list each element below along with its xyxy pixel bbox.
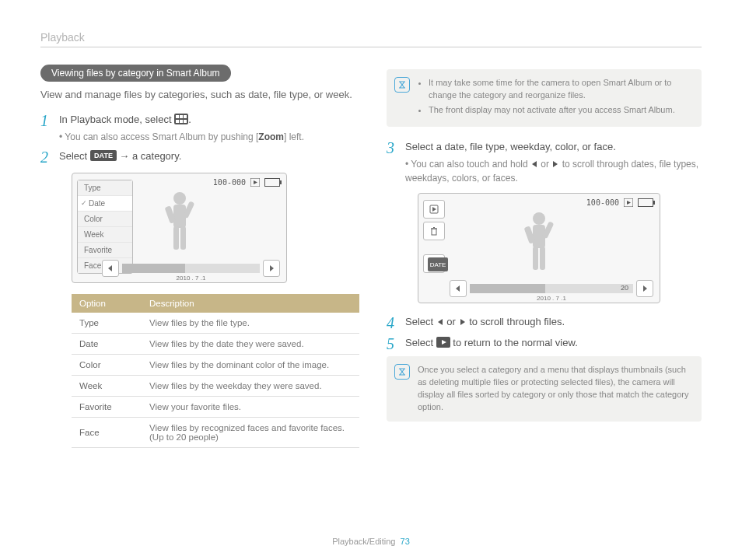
timeline-track[interactable]: 20 2010 . 7 .1 — [470, 284, 633, 293]
zoom-label: Zoom — [258, 131, 284, 142]
intro-paragraph: View and manage files by categories, suc… — [40, 88, 355, 103]
category-option-date[interactable]: Date — [78, 196, 132, 212]
caret-right-icon — [459, 316, 467, 327]
step-2: 2 Select DATE → a category. — [40, 149, 355, 165]
options-table: Option Description TypeView files by the… — [72, 294, 359, 448]
svg-rect-42 — [540, 247, 545, 270]
step-number: 1 — [40, 112, 51, 128]
table-cell-description: View files by the dominant color of the … — [142, 355, 359, 376]
table-cell-option: Week — [72, 376, 142, 397]
step-number: 3 — [387, 139, 397, 156]
table-row: WeekView files by the weekday they were … — [72, 376, 359, 397]
category-option-week[interactable]: Week — [78, 227, 132, 243]
table-cell-description: View files by recognized faces and favor… — [142, 418, 359, 448]
svg-point-37 — [533, 212, 545, 225]
battery-icon — [264, 178, 280, 187]
step-number: 4 — [387, 314, 397, 331]
svg-rect-15 — [173, 226, 179, 250]
step-text: Select — [405, 337, 436, 348]
table-cell-option: Favorite — [72, 397, 142, 418]
step-text: Select — [405, 316, 436, 327]
timeline-date-label: 2010 . 7 .1 — [537, 295, 566, 302]
note-bullet: The front display may not activate after… — [429, 104, 692, 117]
left-column: Viewing files by category in Smart Album… — [40, 65, 355, 448]
battery-icon — [638, 198, 653, 207]
right-column: It may take some time for the camera to … — [387, 65, 702, 448]
table-row: TypeView files by the file type. — [72, 313, 359, 334]
scroll-left-button[interactable] — [102, 260, 119, 277]
svg-marker-44 — [643, 285, 647, 292]
step-text: or — [444, 316, 459, 327]
page-number: 73 — [401, 537, 410, 546]
svg-marker-43 — [456, 285, 460, 292]
svg-rect-16 — [180, 226, 186, 250]
date-chip[interactable]: DATE — [428, 257, 448, 271]
table-cell-description: View files by the date they were saved. — [142, 334, 359, 355]
play-icon — [624, 198, 633, 207]
subsection-pill: Viewing files by category in Smart Album — [40, 65, 231, 82]
note-text: Once you select a category and a menu th… — [418, 365, 689, 411]
svg-rect-41 — [533, 247, 538, 270]
table-cell-option: Face — [72, 418, 142, 448]
step-text: to return to the normal view. — [450, 337, 578, 348]
table-header-description: Description — [142, 294, 359, 313]
table-header-option: Option — [72, 294, 142, 313]
category-option-favorite[interactable]: Favorite — [78, 243, 132, 258]
step-number: 5 — [387, 335, 397, 352]
svg-marker-20 — [553, 161, 558, 167]
caret-right-icon — [551, 159, 559, 170]
svg-marker-46 — [460, 319, 465, 325]
table-cell-option: Color — [72, 355, 142, 376]
caret-left-icon — [436, 316, 444, 327]
file-counter: 100-000 — [586, 198, 619, 207]
step-sub: You can also access Smart Album by pushi… — [65, 131, 258, 142]
delete-button[interactable] — [423, 222, 445, 240]
step-4: 4 Select or to scroll through files. — [387, 314, 702, 331]
step-1: 1 In Playback mode, select . You can als… — [40, 112, 355, 145]
step-3: 3 Select a date, file type, weekday, col… — [387, 139, 702, 186]
step-text: to scroll through files. — [467, 316, 565, 327]
scroll-right-button[interactable] — [263, 260, 280, 277]
step-sub: ] left. — [284, 131, 304, 142]
category-option-type[interactable]: Type — [78, 180, 132, 196]
playback-mode-button[interactable] — [423, 200, 445, 219]
table-row: DateView files by the date they were sav… — [72, 334, 359, 355]
note-box-2: Once you select a category and a menu th… — [387, 356, 702, 422]
table-cell-description: View files by the weekday they were save… — [142, 376, 359, 397]
step-text: Select a date, file type, weekday, color… — [405, 139, 702, 155]
thumbnail-grid-icon — [174, 114, 188, 124]
camera-screenshot-2: DATE 100-000 20 2010 . 7 .1 — [418, 193, 660, 303]
svg-marker-18 — [270, 265, 274, 271]
table-cell-description: View your favorite files. — [142, 397, 359, 418]
note-icon — [394, 364, 410, 380]
play-icon — [250, 178, 260, 187]
step-sub: or — [538, 159, 551, 170]
svg-rect-6 — [184, 120, 187, 123]
category-option-color[interactable]: Color — [78, 212, 132, 227]
step-text: In Playback mode, select — [59, 114, 174, 125]
table-cell-option: Type — [72, 313, 142, 334]
date-chip-icon: DATE — [90, 150, 117, 161]
svg-marker-19 — [532, 161, 537, 167]
footer-section: Playback/Editing — [332, 537, 395, 546]
table-row: FaceView files by recognized faces and f… — [72, 418, 359, 448]
svg-rect-4 — [176, 120, 179, 123]
table-cell-option: Date — [72, 334, 142, 355]
page-footer: Playback/Editing 73 — [0, 537, 742, 546]
timeline-count: 20 — [621, 284, 628, 292]
timeline-track[interactable]: 2010 . 7 .1 — [122, 264, 260, 273]
file-counter: 100-000 — [213, 178, 246, 187]
scroll-left-button[interactable] — [450, 280, 467, 297]
note-bullet: It may take some time for the camera to … — [429, 77, 692, 102]
table-row: FavoriteView your favorite files. — [72, 397, 359, 418]
svg-marker-36 — [627, 201, 631, 205]
note-box-1: It may take some time for the camera to … — [387, 69, 702, 127]
rule — [40, 47, 702, 47]
scroll-right-button[interactable] — [636, 280, 653, 297]
step-text: Select — [59, 150, 90, 162]
svg-rect-3 — [184, 115, 187, 118]
silhouette-icon — [516, 208, 562, 281]
silhouette-icon — [156, 187, 203, 261]
svg-text:DATE: DATE — [94, 152, 113, 159]
svg-rect-2 — [180, 115, 183, 118]
